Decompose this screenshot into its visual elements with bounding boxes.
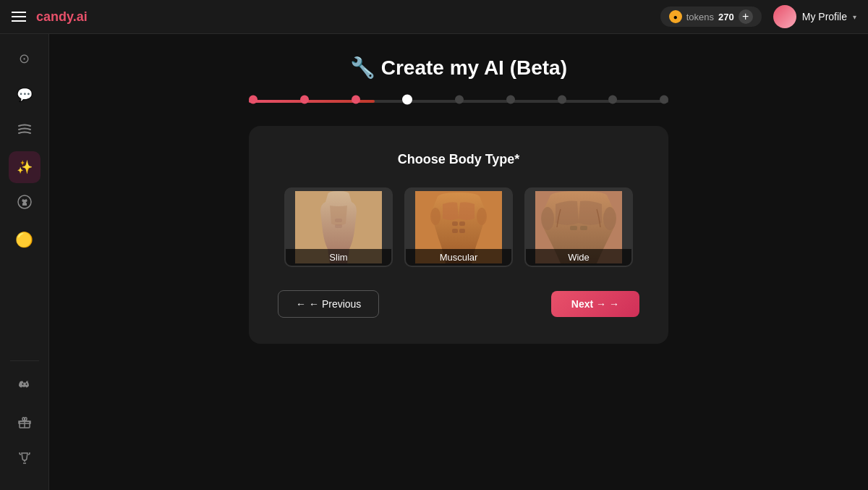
sidebar-item-tokens[interactable]: 🟡: [9, 224, 41, 255]
body-slim-label: Slim: [286, 249, 391, 266]
main-content: 🔧 Create my AI (Beta) Choose Body Type*: [49, 34, 868, 490]
sparkles-icon: ✨: [17, 159, 33, 175]
sidebar-item-github[interactable]: [9, 187, 41, 219]
coin-icon: 🟡: [15, 231, 33, 248]
hamburger-menu[interactable]: [12, 12, 26, 22]
card-title: Choose Body Type*: [278, 152, 639, 167]
previous-button[interactable]: ← ← Previous: [278, 290, 379, 318]
svg-point-15: [541, 207, 554, 230]
progress-track: [249, 100, 668, 103]
sidebar-item-feed[interactable]: [9, 115, 41, 147]
arrow-right-icon: →: [609, 298, 619, 310]
page-title: 🔧 Create my AI (Beta): [350, 56, 567, 80]
profile-label: My Profile: [802, 11, 847, 22]
progress-dot-2: [300, 96, 309, 104]
sidebar-item-referral[interactable]: [9, 407, 41, 439]
trophy-icon: [17, 451, 32, 469]
arrow-left-icon: ←: [296, 298, 306, 310]
card-actions: ← ← Previous Next → →: [278, 290, 639, 318]
tokens-label: tokens: [686, 12, 714, 22]
progress-dot-5: [455, 96, 464, 104]
body-type-options: Slim: [278, 187, 639, 267]
feed-icon: [17, 122, 32, 140]
body-type-slim[interactable]: Slim: [284, 187, 393, 267]
progress-dot-3: [352, 96, 360, 104]
svg-rect-8: [452, 229, 458, 233]
progress-dot-1: [249, 96, 258, 104]
body-type-wide[interactable]: Wide: [524, 187, 633, 267]
sidebar-divider: [10, 360, 39, 361]
token-coin-icon: ●: [669, 10, 682, 23]
brand-logo: candy.ai: [36, 9, 88, 25]
svg-rect-9: [459, 229, 465, 233]
sidebar: ⊙ 💬 ✨: [0, 34, 49, 490]
profile-area[interactable]: My Profile ▾: [773, 5, 856, 28]
sidebar-item-create[interactable]: ✨: [9, 151, 41, 183]
svg-point-16: [603, 207, 616, 230]
progress-dot-9: [660, 96, 668, 104]
tokens-display: ● tokens 270 +: [660, 7, 762, 27]
add-tokens-button[interactable]: +: [739, 9, 753, 24]
body-wide-label: Wide: [526, 249, 631, 266]
svg-point-11: [477, 208, 487, 225]
svg-rect-13: [570, 226, 577, 230]
sidebar-item-explore[interactable]: ⊙: [9, 43, 41, 75]
svg-rect-14: [580, 226, 587, 230]
progress-dot-4: [402, 95, 412, 105]
gift-icon: [17, 415, 32, 433]
sidebar-item-discord[interactable]: [9, 371, 41, 403]
next-button[interactable]: Next → →: [551, 291, 639, 317]
body-type-card: Choose Body Type*: [249, 126, 668, 344]
svg-rect-6: [452, 221, 458, 226]
chat-icon: 💬: [17, 87, 33, 103]
sidebar-item-chat[interactable]: 💬: [9, 79, 41, 111]
discord-icon: [17, 379, 32, 397]
progress-dots: [249, 98, 668, 105]
chevron-down-icon: ▾: [853, 13, 856, 21]
github-icon: [17, 195, 32, 213]
svg-point-10: [430, 208, 441, 225]
previous-button-label: ← Previous: [309, 298, 361, 310]
progress-dot-8: [608, 96, 617, 104]
svg-rect-3: [335, 219, 342, 222]
next-button-label: Next →: [571, 298, 606, 310]
svg-rect-4: [335, 224, 342, 228]
compass-icon: ⊙: [19, 51, 30, 67]
tokens-count: 270: [718, 12, 734, 22]
progress-dot-6: [506, 96, 515, 104]
top-navigation: candy.ai ● tokens 270 + My Profile ▾: [0, 0, 868, 34]
progress-dot-7: [558, 96, 566, 104]
sidebar-item-leaderboard[interactable]: [9, 444, 41, 476]
body-muscular-label: Muscular: [406, 249, 511, 266]
avatar: [773, 5, 796, 28]
svg-rect-7: [459, 221, 465, 226]
body-type-muscular[interactable]: Muscular: [404, 187, 513, 267]
